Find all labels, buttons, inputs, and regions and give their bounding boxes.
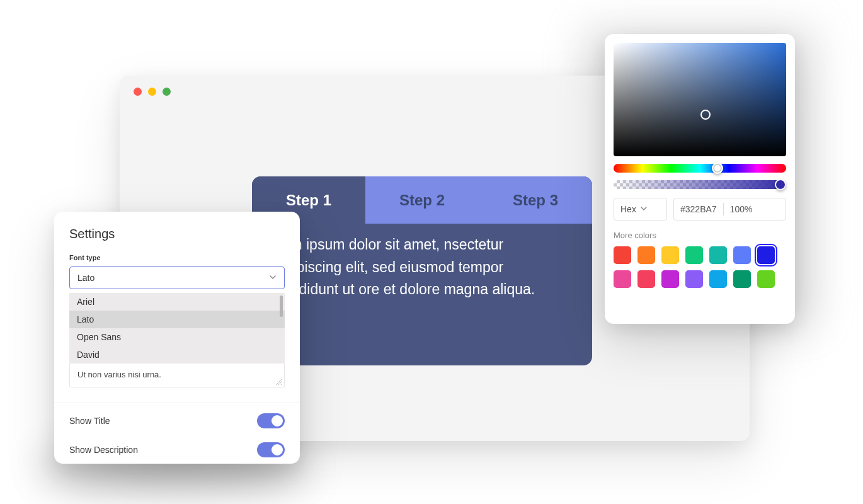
settings-title: Settings: [69, 227, 285, 241]
steps-widget: Step 1 Step 2 Step 3 rem ipsum dolor sit…: [252, 176, 592, 365]
swatch-grid: [614, 246, 786, 288]
hex-input[interactable]: #322BA7 100%: [673, 198, 786, 220]
color-swatch[interactable]: [661, 270, 679, 288]
steps-tabs: Step 1 Step 2 Step 3: [252, 176, 592, 224]
description-textarea[interactable]: Ut non varius nisi urna.: [69, 364, 285, 387]
color-swatch[interactable]: [614, 270, 631, 288]
select-value: Lato: [77, 273, 269, 283]
font-dropdown-list: Ariel Lato Open Sans David: [69, 293, 285, 364]
tab-step-3[interactable]: Step 3: [479, 176, 592, 224]
toggle-knob: [271, 444, 283, 455]
show-title-label: Show Title: [69, 416, 110, 426]
color-swatch[interactable]: [733, 246, 751, 264]
show-description-toggle[interactable]: [257, 442, 285, 457]
close-icon[interactable]: [134, 88, 142, 96]
color-swatch[interactable]: [757, 246, 775, 264]
resize-handle-icon[interactable]: [275, 378, 283, 386]
maximize-icon[interactable]: [163, 88, 171, 96]
font-option[interactable]: Open Sans: [69, 328, 285, 346]
alpha-slider[interactable]: [614, 180, 786, 189]
color-swatch[interactable]: [709, 246, 727, 264]
color-swatch[interactable]: [614, 246, 631, 264]
format-value: Hex: [620, 204, 636, 214]
settings-panel: Settings Font type Lato Ariel Lato Open …: [54, 212, 300, 464]
font-option[interactable]: David: [69, 346, 285, 364]
hex-value: #322BA7: [680, 204, 717, 214]
show-description-row: Show Description: [69, 438, 285, 467]
font-option[interactable]: Ariel: [69, 293, 285, 311]
show-title-toggle[interactable]: [257, 413, 285, 428]
color-picker-panel: Hex #322BA7 100% More colors: [605, 34, 795, 324]
more-colors-label: More colors: [614, 231, 786, 240]
scrollbar[interactable]: [280, 295, 283, 317]
sv-cursor[interactable]: [700, 110, 711, 120]
font-type-select[interactable]: Lato: [69, 266, 285, 289]
color-swatch[interactable]: [661, 246, 679, 264]
tab-step-2[interactable]: Step 2: [365, 176, 479, 224]
tab-label: Step 3: [513, 192, 558, 209]
color-swatch[interactable]: [709, 270, 727, 288]
font-type-label: Font type: [69, 254, 285, 261]
color-format-select[interactable]: Hex: [614, 198, 667, 220]
show-title-row: Show Title: [69, 403, 285, 438]
alpha-value: 100%: [730, 204, 753, 214]
font-option[interactable]: Lato: [69, 311, 285, 328]
show-description-label: Show Description: [69, 445, 138, 455]
color-swatch[interactable]: [733, 270, 751, 288]
color-swatch[interactable]: [637, 246, 655, 264]
divider: [723, 203, 724, 215]
minimize-icon[interactable]: [148, 88, 156, 96]
saturation-value-area[interactable]: [614, 43, 786, 156]
color-swatch[interactable]: [685, 246, 703, 264]
alpha-thumb[interactable]: [775, 179, 786, 190]
hue-thumb[interactable]: [712, 163, 723, 174]
color-swatch[interactable]: [757, 270, 775, 288]
chevron-down-icon: [269, 273, 277, 283]
tab-label: Step 1: [286, 192, 331, 209]
toggle-knob: [271, 415, 283, 427]
textarea-value: Ut non varius nisi urna.: [77, 370, 161, 379]
color-swatch[interactable]: [685, 270, 703, 288]
tab-label: Step 2: [399, 192, 445, 209]
chevron-down-icon: [640, 204, 648, 214]
color-swatch[interactable]: [637, 270, 655, 288]
hue-slider[interactable]: [614, 164, 786, 173]
color-inputs: Hex #322BA7 100%: [614, 198, 786, 220]
steps-body-text: rem ipsum dolor sit amet, nsectetur adip…: [252, 224, 592, 320]
